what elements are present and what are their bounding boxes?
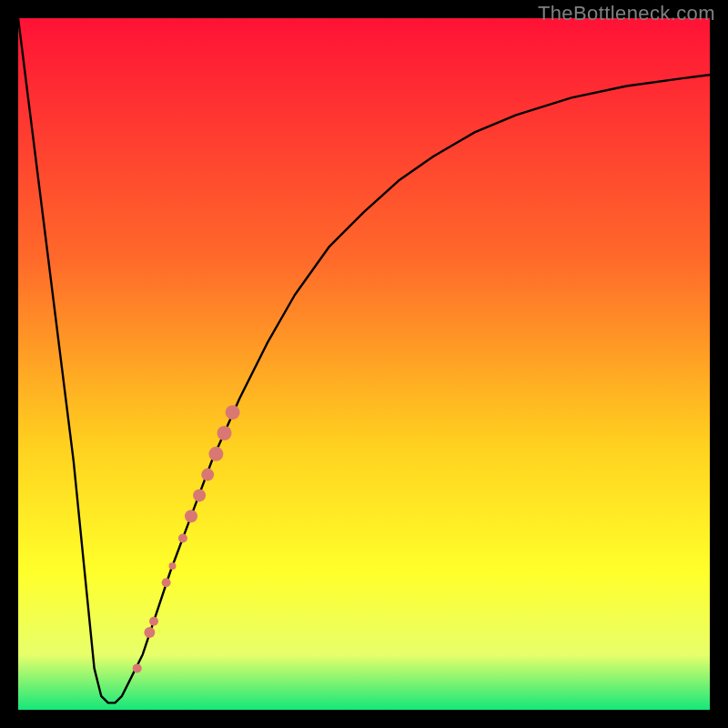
data-marker bbox=[226, 405, 240, 420]
data-marker bbox=[169, 562, 177, 570]
data-marker bbox=[208, 447, 223, 461]
attribution-text: TheBottleneck.com bbox=[538, 2, 715, 25]
data-marker bbox=[193, 489, 206, 501]
chart-svg bbox=[18, 18, 710, 710]
data-marker bbox=[178, 534, 187, 543]
data-marker bbox=[149, 617, 158, 626]
data-marker bbox=[162, 578, 171, 587]
plot-area bbox=[18, 18, 710, 710]
data-marker bbox=[217, 426, 232, 440]
gradient-background bbox=[18, 18, 710, 710]
chart-frame: TheBottleneck.com bbox=[0, 0, 728, 728]
data-marker bbox=[133, 663, 142, 672]
data-marker bbox=[201, 469, 214, 481]
data-marker bbox=[144, 627, 155, 638]
data-marker bbox=[185, 510, 197, 522]
